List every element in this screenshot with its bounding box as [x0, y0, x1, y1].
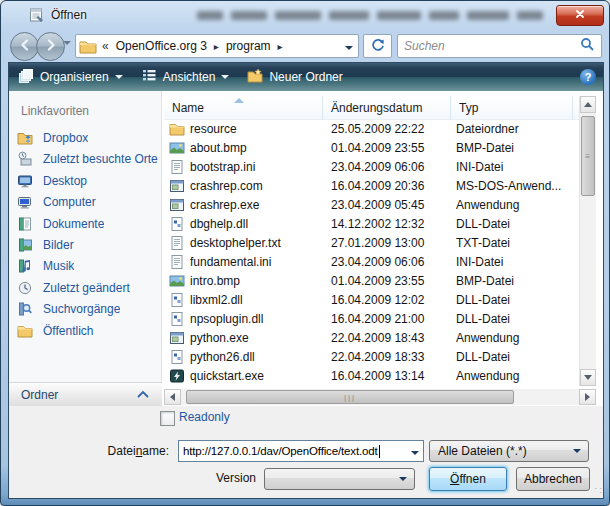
- file-row[interactable]: fundamental.ini23.04.2009 06:06INI-Datei: [164, 253, 578, 272]
- sidebar-item-suchvorg-nge[interactable]: Suchvorgänge: [9, 299, 161, 319]
- vertical-scrollbar[interactable]: ≡: [579, 96, 596, 386]
- file-type: BMP-Datei: [456, 139, 576, 158]
- filename-input[interactable]: http://127.0.0.1/dav/OpenOffice/text.odt: [178, 440, 424, 462]
- history-dropdown-icon[interactable]: [63, 41, 71, 45]
- file-name: crashrep.com: [190, 177, 328, 196]
- file-row[interactable]: dbghelp.dll14.12.2002 12:32DLL-Datei: [164, 215, 578, 234]
- file-row[interactable]: python26.dll22.04.2009 18:33DLL-Datei: [164, 348, 578, 367]
- column-header-name[interactable]: Name: [164, 96, 323, 120]
- chevron-up-icon: [136, 388, 150, 402]
- cancel-button[interactable]: Abbrechen: [516, 467, 590, 491]
- text-file-icon: [169, 254, 185, 270]
- sidebar-item-zuletzt-ge-ndert[interactable]: Zuletzt geändert: [9, 278, 161, 298]
- horizontal-scroll-thumb[interactable]: |||: [186, 390, 514, 404]
- version-label: Version: [151, 471, 256, 485]
- refresh-icon: [370, 37, 386, 56]
- sidebar-item-bilder[interactable]: Bilder: [9, 235, 161, 255]
- scroll-right-icon: [585, 393, 590, 401]
- folder-file-icon: [169, 121, 185, 137]
- image-file-icon: [169, 140, 185, 156]
- blurred-menu-item: [197, 11, 223, 20]
- back-button[interactable]: [10, 32, 39, 61]
- file-row[interactable]: libxml2.dll16.04.2009 12:02DLL-Datei: [164, 291, 578, 310]
- version-select[interactable]: [264, 468, 415, 490]
- open-button[interactable]: Öffnen: [429, 467, 507, 491]
- new-folder-button[interactable]: Neuer Ordner: [238, 65, 351, 89]
- file-row[interactable]: resource25.05.2009 22:22Dateiordner: [164, 120, 578, 139]
- file-row[interactable]: crashrep.com16.04.2009 20:36MS-DOS-Anwen…: [164, 177, 578, 196]
- address-dropdown-icon[interactable]: [340, 39, 358, 53]
- resize-grip[interactable]: . . .: [590, 484, 602, 496]
- breadcrumb-segment[interactable]: program: [224, 39, 273, 53]
- sidebar-item-dokumente[interactable]: Dokumente: [9, 214, 161, 234]
- dropbox-folder-icon: [17, 130, 33, 146]
- breadcrumb-separator-icon[interactable]: ▸: [273, 41, 288, 52]
- file-row[interactable]: npsoplugin.dll16.04.2009 21:00DLL-Datei: [164, 310, 578, 329]
- breadcrumb-overflow-chevron[interactable]: «: [97, 39, 114, 53]
- scroll-down-icon: [584, 375, 592, 380]
- file-name: intro.bmp: [190, 272, 328, 291]
- file-name: dbghelp.dll: [190, 215, 328, 234]
- scroll-down-button[interactable]: [580, 369, 596, 386]
- sidebar-item-label: Suchvorgänge: [43, 302, 120, 316]
- sidebar-item-musik[interactable]: Musik: [9, 256, 161, 276]
- new-folder-icon: [247, 68, 263, 87]
- filetype-select[interactable]: Alle Dateien (*.*): [429, 440, 589, 462]
- sidebar-item-zuletzt-besuchte-orte[interactable]: Zuletzt besuchte Orte: [9, 149, 161, 169]
- organize-button[interactable]: Organisieren: [9, 65, 132, 89]
- scroll-left-button[interactable]: [164, 389, 181, 405]
- file-type: DLL-Datei: [456, 291, 576, 310]
- file-date: 01.04.2009 23:55: [331, 139, 453, 158]
- file-row[interactable]: crashrep.exe23.04.2009 05:45Anwendung: [164, 196, 578, 215]
- filename-dropdown-icon[interactable]: [406, 444, 423, 458]
- sidebar-item--ffentlich[interactable]: Öffentlich: [9, 321, 161, 341]
- text-caret: [379, 445, 380, 458]
- views-button[interactable]: Ansichten: [132, 65, 239, 89]
- folders-expander[interactable]: Ordner: [9, 382, 162, 406]
- file-type: Dateiordner: [456, 120, 576, 139]
- breadcrumb-separator-icon[interactable]: ▸: [209, 41, 224, 52]
- file-row[interactable]: desktophelper.txt27.01.2009 13:00TXT-Dat…: [164, 234, 578, 253]
- file-type: INI-Datei: [456, 253, 576, 272]
- searches-icon: [17, 301, 33, 317]
- scroll-right-button[interactable]: [579, 389, 596, 405]
- file-row[interactable]: intro.bmp01.04.2009 23:55BMP-Datei: [164, 272, 578, 291]
- sidebar-item-dropbox[interactable]: Dropbox: [9, 128, 161, 148]
- scroll-up-button[interactable]: [580, 96, 596, 113]
- column-header-date[interactable]: Änderungsdatum: [323, 96, 451, 120]
- file-date: 25.05.2009 22:22: [331, 120, 453, 139]
- search-input[interactable]: Suchen: [397, 34, 602, 58]
- sort-ascending-icon: [234, 98, 244, 103]
- views-label: Ansichten: [163, 70, 216, 84]
- sidebar-item-desktop[interactable]: Desktop: [9, 171, 161, 191]
- file-date: 23.04.2009 06:06: [331, 253, 453, 272]
- file-row[interactable]: python.exe22.04.2009 18:43Anwendung: [164, 329, 578, 348]
- blurred-menu-item: [377, 11, 421, 20]
- horizontal-scrollbar[interactable]: |||: [164, 389, 596, 405]
- recent-places-icon: [17, 151, 33, 167]
- blurred-menu-item: [275, 11, 321, 20]
- forward-button[interactable]: [36, 32, 65, 61]
- column-header-type[interactable]: Typ: [451, 96, 573, 120]
- search-icon[interactable]: [580, 37, 595, 55]
- file-type: TXT-Datei: [456, 234, 576, 253]
- breadcrumb-segment[interactable]: OpenOffice.org 3: [114, 39, 209, 53]
- file-name: desktophelper.txt: [190, 234, 328, 253]
- vertical-scroll-thumb[interactable]: ≡: [581, 116, 595, 196]
- readonly-checkbox[interactable]: [160, 411, 175, 426]
- close-button[interactable]: [556, 5, 604, 26]
- views-dropdown-icon: [221, 75, 229, 79]
- dialog-icon: [29, 7, 45, 23]
- sidebar-item-computer[interactable]: Computer: [9, 192, 161, 212]
- readonly-label[interactable]: Readonly: [179, 410, 230, 424]
- file-row[interactable]: bootstrap.ini23.04.2009 06:06INI-Datei: [164, 158, 578, 177]
- computer-icon: [17, 194, 33, 210]
- refresh-button[interactable]: [363, 34, 392, 58]
- file-row[interactable]: quickstart.exe16.04.2009 13:14Anwendung: [164, 367, 578, 386]
- file-type: BMP-Datei: [456, 272, 576, 291]
- file-name: bootstrap.ini: [190, 158, 328, 177]
- breadcrumb: « OpenOffice.org 3 ▸ program ▸: [75, 34, 359, 58]
- file-row[interactable]: about.bmp01.04.2009 23:55BMP-Datei: [164, 139, 578, 158]
- title-bar[interactable]: Öffnen: [1, 1, 609, 29]
- help-icon[interactable]: ?: [580, 69, 596, 85]
